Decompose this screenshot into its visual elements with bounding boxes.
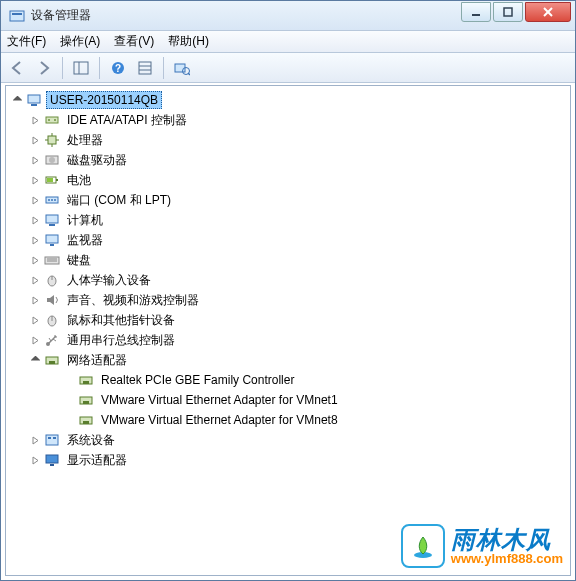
expander-icon[interactable] <box>28 456 42 465</box>
menu-action[interactable]: 操作(A) <box>60 33 100 50</box>
tree-leaf-nic0[interactable]: Realtek PCIe GBE Family Controller <box>6 370 570 390</box>
forward-button[interactable] <box>32 56 56 80</box>
menu-help[interactable]: 帮助(H) <box>168 33 209 50</box>
svg-rect-30 <box>47 178 53 182</box>
svg-rect-51 <box>49 361 55 364</box>
svg-rect-55 <box>83 401 89 404</box>
expander-icon[interactable] <box>28 276 42 285</box>
expander-icon[interactable] <box>28 176 42 185</box>
show-hide-tree-button[interactable] <box>69 56 93 80</box>
tree-node-cpu[interactable]: 处理器 <box>6 130 570 150</box>
sound-icon <box>44 292 60 308</box>
tree-leaf-label: VMware Virtual Ethernet Adapter for VMne… <box>98 392 341 408</box>
expander-icon[interactable] <box>28 356 42 365</box>
watermark-logo-icon <box>401 524 445 568</box>
expander-icon[interactable] <box>28 116 42 125</box>
svg-rect-16 <box>28 95 40 103</box>
toolbar-sep <box>62 57 63 79</box>
svg-point-19 <box>48 119 50 121</box>
watermark-text: 雨林木风 <box>451 528 563 552</box>
tree-node-keyboard[interactable]: 键盘 <box>6 250 570 270</box>
computer-icon <box>26 92 42 108</box>
expander-icon[interactable] <box>28 256 42 265</box>
tree-node-system[interactable]: 系统设备 <box>6 430 570 450</box>
mouse-icon <box>44 312 60 328</box>
properties-button[interactable] <box>133 56 157 80</box>
display-icon <box>44 452 60 468</box>
watermark-url: www.ylmf888.com <box>451 552 563 565</box>
svg-rect-3 <box>504 8 512 16</box>
expander-icon[interactable] <box>28 336 42 345</box>
help-button[interactable]: ? <box>106 56 130 80</box>
menu-view[interactable]: 查看(V) <box>114 33 154 50</box>
svg-point-27 <box>49 157 55 163</box>
tree-root-label: USER-20150114QB <box>46 91 162 109</box>
tree-node-monitor[interactable]: 监视器 <box>6 230 570 250</box>
maximize-button[interactable] <box>493 2 523 22</box>
toolbar-sep <box>99 57 100 79</box>
svg-rect-53 <box>83 381 89 384</box>
expander-icon[interactable] <box>28 216 42 225</box>
tree-node-ports[interactable]: 端口 (COM 和 LPT) <box>6 190 570 210</box>
usb-icon <box>44 332 60 348</box>
svg-rect-35 <box>46 215 58 223</box>
scan-hardware-button[interactable] <box>170 56 194 80</box>
tree-node-label: 处理器 <box>64 131 106 150</box>
cpu-icon <box>44 132 60 148</box>
tree-leaf-nic1[interactable]: VMware Virtual Ethernet Adapter for VMne… <box>6 390 570 410</box>
expander-icon[interactable] <box>28 136 42 145</box>
watermark: 雨林木风 www.ylmf888.com <box>401 524 563 568</box>
svg-rect-0 <box>10 11 24 21</box>
back-button[interactable] <box>5 56 29 80</box>
tree-node-usb[interactable]: 通用串行总线控制器 <box>6 330 570 350</box>
svg-rect-29 <box>56 179 58 181</box>
tree-node-label: 显示适配器 <box>64 451 130 470</box>
tree-pane[interactable]: USER-20150114QB IDE ATA/ATAPI 控制器 处理器 磁盘… <box>5 85 571 576</box>
tree-node-label: 人体学输入设备 <box>64 271 154 290</box>
tree-node-disk[interactable]: 磁盘驱动器 <box>6 150 570 170</box>
expander-icon[interactable] <box>10 96 24 105</box>
tree-leaf-nic2[interactable]: VMware Virtual Ethernet Adapter for VMne… <box>6 410 570 430</box>
tree-node-label: IDE ATA/ATAPI 控制器 <box>64 111 190 130</box>
svg-line-15 <box>188 73 190 75</box>
tree-node-hid[interactable]: 人体学输入设备 <box>6 270 570 290</box>
keyboard-icon <box>44 252 60 268</box>
hid-icon <box>44 272 60 288</box>
svg-rect-60 <box>53 437 56 439</box>
tree-node-computer[interactable]: 计算机 <box>6 210 570 230</box>
nic-icon <box>78 392 94 408</box>
computer-icon <box>44 212 60 228</box>
minimize-button[interactable] <box>461 2 491 22</box>
tree-root[interactable]: USER-20150114QB <box>6 90 570 110</box>
tree-node-mouse[interactable]: 鼠标和其他指针设备 <box>6 310 570 330</box>
svg-line-49 <box>53 339 56 341</box>
svg-rect-6 <box>74 62 88 74</box>
svg-text:?: ? <box>115 63 121 74</box>
tree-node-label: 监视器 <box>64 231 106 250</box>
svg-rect-18 <box>46 117 58 123</box>
tree-node-label: 键盘 <box>64 251 94 270</box>
tree-node-display[interactable]: 显示适配器 <box>6 450 570 470</box>
tree-leaf-label: Realtek PCIe GBE Family Controller <box>98 372 297 388</box>
expander-icon[interactable] <box>28 196 42 205</box>
expander-icon[interactable] <box>28 236 42 245</box>
expander-icon[interactable] <box>28 296 42 305</box>
tree-node-network[interactable]: 网络适配器 <box>6 350 570 370</box>
titlebar[interactable]: 设备管理器 <box>1 1 575 31</box>
nic-icon <box>78 372 94 388</box>
tree-node-ide[interactable]: IDE ATA/ATAPI 控制器 <box>6 110 570 130</box>
disk-icon <box>44 152 60 168</box>
svg-rect-38 <box>50 244 54 246</box>
expander-icon[interactable] <box>28 436 42 445</box>
close-button[interactable] <box>525 2 571 22</box>
expander-icon[interactable] <box>28 156 42 165</box>
tree-node-sound[interactable]: 声音、视频和游戏控制器 <box>6 290 570 310</box>
svg-rect-36 <box>49 224 55 226</box>
menu-file[interactable]: 文件(F) <box>7 33 46 50</box>
svg-rect-57 <box>83 421 89 424</box>
tree-node-battery[interactable]: 电池 <box>6 170 570 190</box>
toolbar: ? <box>1 53 575 83</box>
expander-icon[interactable] <box>28 316 42 325</box>
svg-rect-59 <box>48 437 51 439</box>
menubar: 文件(F) 操作(A) 查看(V) 帮助(H) <box>1 31 575 53</box>
